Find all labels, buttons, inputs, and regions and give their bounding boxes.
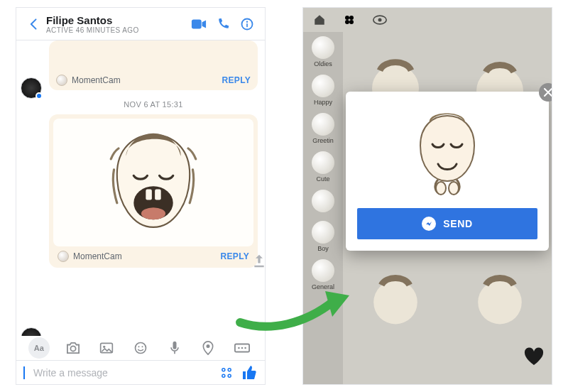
message-bubble[interactable]: MomentCam REPLY <box>49 114 258 268</box>
chat-title-block[interactable]: Filipe Santos ACTIVE 46 MINUTES AGO <box>46 14 187 34</box>
sticker-cell[interactable] <box>343 245 447 352</box>
microphone-icon <box>170 341 180 355</box>
svg-point-20 <box>222 368 225 371</box>
category-unnamed[interactable] <box>307 190 339 214</box>
smiley-icon <box>133 341 148 355</box>
svg-point-27 <box>349 20 354 24</box>
category-sidebar[interactable]: Oldies Happy Greetin Cute Boy General <box>303 32 343 384</box>
laughing-face-sticker <box>107 126 200 239</box>
sticker-thumb <box>356 266 435 344</box>
sticker-preview <box>357 102 537 208</box>
reply-button[interactable]: REPLY <box>221 251 249 261</box>
recent-tab[interactable] <box>343 13 356 26</box>
apps-grid-icon <box>219 366 234 380</box>
chat-body[interactable]: MomentCam REPLY NOV 6 AT 15:31 <box>16 40 265 336</box>
voice-clip-button[interactable] <box>164 337 185 359</box>
send-button[interactable]: SEND <box>357 208 537 239</box>
picker-top-tabs <box>303 8 552 32</box>
more-button[interactable] <box>231 337 253 359</box>
sticker-picker-screen: Oldies Happy Greetin Cute Boy General To… <box>302 7 552 385</box>
svg-point-10 <box>103 346 105 348</box>
contact-status: ACTIVE 46 MINUTES AGO <box>46 26 187 34</box>
svg-point-18 <box>241 347 244 349</box>
category-general[interactable]: General <box>307 259 339 290</box>
app-name: MomentCam <box>73 251 122 261</box>
location-pin-icon <box>202 341 214 355</box>
excited-face-sticker <box>408 109 486 201</box>
camera-icon <box>65 342 81 354</box>
app-badge-icon <box>58 251 69 262</box>
sticker-image <box>53 119 253 246</box>
timestamp: NOV 6 AT 15:31 <box>49 100 258 109</box>
category-greetings[interactable]: Greetin <box>307 113 339 144</box>
svg-point-24 <box>345 16 349 20</box>
sticker-thumb <box>461 266 539 344</box>
svg-point-7 <box>141 207 165 219</box>
category-happy[interactable]: Happy <box>307 75 339 106</box>
category-oldies[interactable]: Oldies <box>307 36 339 67</box>
camera-button[interactable] <box>62 337 84 359</box>
svg-point-23 <box>228 374 231 377</box>
sticker-button[interactable] <box>130 337 151 359</box>
chat-header: Filipe Santos ACTIVE 46 MINUTES AGO <box>16 8 265 40</box>
favorite-button[interactable] <box>523 347 545 366</box>
back-button[interactable] <box>22 12 46 36</box>
svg-point-25 <box>349 16 354 20</box>
voice-call-button[interactable] <box>211 12 235 36</box>
reply-button[interactable]: REPLY <box>222 75 251 85</box>
app-badge-icon <box>56 75 67 86</box>
svg-point-2 <box>246 21 248 22</box>
close-button[interactable] <box>539 83 552 102</box>
category-cute[interactable]: Cute <box>307 151 339 183</box>
close-icon <box>544 88 552 97</box>
attachment-toolbar: Aa <box>16 336 265 360</box>
phone-icon <box>216 17 230 31</box>
send-sticker-modal: SEND <box>346 92 549 251</box>
text-format-button[interactable]: Aa <box>28 337 50 359</box>
svg-point-17 <box>238 347 240 349</box>
more-dots-icon <box>234 343 250 353</box>
svg-rect-0 <box>192 19 202 28</box>
svg-point-8 <box>70 346 75 351</box>
apps-button[interactable] <box>219 366 234 380</box>
messenger-chat-screen: Filipe Santos ACTIVE 46 MINUTES AGO Mome… <box>16 7 266 385</box>
svg-point-15 <box>207 344 210 348</box>
svg-point-41 <box>449 182 459 195</box>
video-icon <box>191 18 207 30</box>
sender-avatar[interactable] <box>21 327 42 336</box>
like-button[interactable] <box>241 364 258 381</box>
messenger-icon <box>422 217 436 231</box>
share-button[interactable] <box>252 254 265 269</box>
svg-point-26 <box>345 20 349 24</box>
svg-point-13 <box>141 346 143 347</box>
clover-icon <box>343 13 356 26</box>
info-icon <box>240 17 254 31</box>
eye-icon <box>373 15 387 25</box>
preview-tab[interactable] <box>373 15 387 25</box>
message-bubble[interactable]: MomentCam REPLY <box>49 40 258 90</box>
svg-point-21 <box>228 368 231 371</box>
text-cursor <box>23 366 25 379</box>
thumbs-up-icon <box>241 364 258 381</box>
svg-rect-3 <box>246 23 248 27</box>
svg-point-39 <box>478 281 522 325</box>
svg-point-22 <box>222 374 225 377</box>
home-tab[interactable] <box>313 13 326 26</box>
contact-name: Filipe Santos <box>46 14 187 26</box>
app-name: MomentCam <box>72 75 121 85</box>
location-button[interactable] <box>197 337 219 359</box>
svg-rect-5 <box>146 190 152 200</box>
sticker-cell[interactable] <box>447 245 552 352</box>
svg-point-11 <box>135 343 146 354</box>
svg-point-19 <box>244 347 246 349</box>
arrow-left-icon <box>27 17 41 31</box>
sender-avatar[interactable] <box>21 77 42 99</box>
home-icon <box>313 13 326 26</box>
message-input[interactable] <box>32 366 212 379</box>
compose-bar <box>16 360 265 384</box>
info-button[interactable] <box>235 12 259 36</box>
category-boy[interactable]: Boy <box>307 221 339 252</box>
gallery-button[interactable] <box>96 337 117 359</box>
video-call-button[interactable] <box>187 12 211 36</box>
svg-rect-14 <box>173 342 176 349</box>
